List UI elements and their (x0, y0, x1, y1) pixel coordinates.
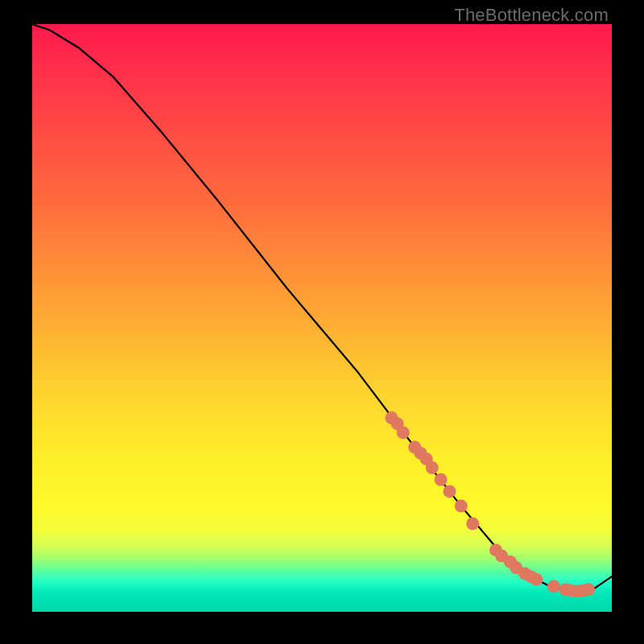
highlight-dots (385, 411, 595, 597)
highlight-dot (455, 500, 468, 513)
highlight-dot (530, 573, 543, 586)
watermark-text: TheBottleneck.com (454, 5, 609, 26)
highlight-dot (466, 518, 479, 530)
highlight-dot (426, 461, 439, 474)
highlight-dot (547, 580, 560, 593)
highlight-dot (435, 473, 448, 486)
highlight-dot (397, 426, 410, 439)
bottleneck-curve (32, 24, 612, 592)
highlight-dot (443, 485, 456, 497)
highlight-dot (582, 583, 595, 596)
chart-frame: TheBottleneck.com (0, 0, 644, 644)
plot-area (32, 24, 612, 612)
chart-overlay (32, 24, 612, 612)
